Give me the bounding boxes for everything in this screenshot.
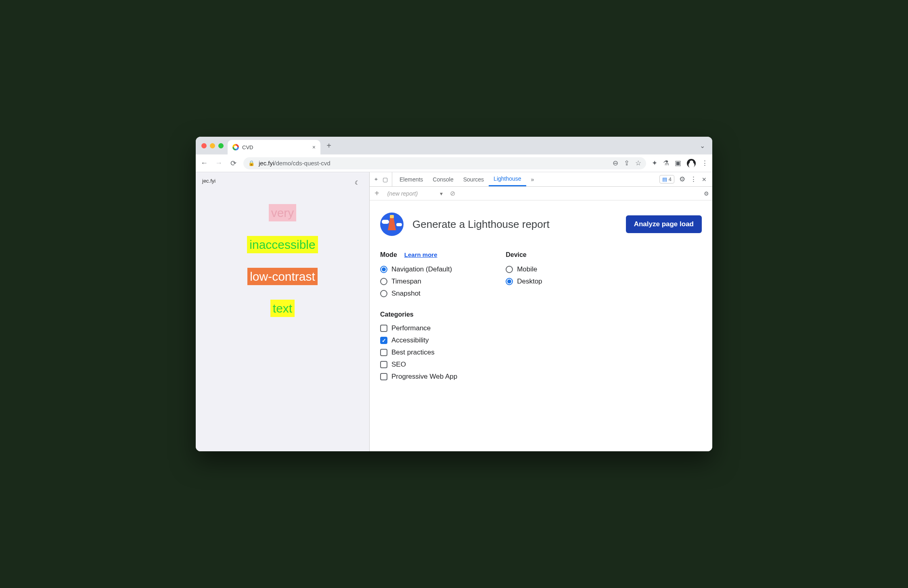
page-site-title: jec.fyi: [202, 178, 363, 184]
new-tab-button[interactable]: +: [323, 140, 335, 152]
lighthouse-panel: Generate a Lighthouse report Analyze pag…: [370, 200, 712, 451]
mode-learn-more-link[interactable]: Learn more: [404, 251, 437, 258]
lighthouse-title: Generate a Lighthouse report: [412, 218, 617, 231]
forward-button[interactable]: →: [214, 159, 223, 167]
category-label: Progressive Web App: [391, 373, 457, 381]
issues-icon: ▤: [662, 176, 667, 182]
devtools-tab-lighthouse[interactable]: Lighthouse: [489, 172, 526, 186]
category-label: Performance: [391, 324, 431, 332]
lighthouse-header: Generate a Lighthouse report Analyze pag…: [380, 213, 702, 236]
device-heading: Device: [506, 251, 527, 259]
radio-icon: [506, 266, 513, 273]
more-tabs-button[interactable]: »: [529, 176, 537, 183]
category-option[interactable]: SEO: [380, 359, 457, 371]
page-viewport: jec.fyi ☾ veryinaccessiblelow-contrastte…: [196, 172, 369, 451]
window-minimize-button[interactable]: [210, 143, 215, 148]
category-label: SEO: [391, 361, 406, 369]
url-text: jec.fyi/demo/cds-quest-cvd: [259, 160, 331, 167]
checkbox-icon: [380, 373, 387, 380]
side-panel-icon[interactable]: ▣: [675, 159, 681, 167]
analyze-page-load-button[interactable]: Analyze page load: [626, 215, 702, 233]
radio-icon: [380, 266, 387, 273]
category-option[interactable]: Accessibility: [380, 334, 457, 346]
browser-toolbar: ← → ⟳ 🔒 jec.fyi/demo/cds-quest-cvd ⊖ ⇪ ☆…: [196, 154, 712, 172]
lighthouse-settings-icon[interactable]: ⚙: [704, 190, 709, 197]
tabs-overflow-button[interactable]: ⌄: [700, 142, 709, 150]
address-bar[interactable]: 🔒 jec.fyi/demo/cds-quest-cvd ⊖ ⇪ ☆: [243, 157, 646, 169]
issues-count: 4: [669, 176, 672, 182]
device-option[interactable]: Desktop: [506, 275, 542, 288]
bookmark-icon[interactable]: ☆: [635, 159, 641, 167]
devtools-tab-bar: ⌖ ▢ ElementsConsoleSourcesLighthouse » ▤…: [370, 172, 712, 187]
category-option[interactable]: Performance: [380, 322, 457, 334]
categories-heading: Categories: [380, 311, 414, 318]
radio-icon: [506, 278, 513, 285]
checkbox-icon: [380, 349, 387, 356]
window-close-button[interactable]: [201, 143, 207, 148]
device-option[interactable]: Mobile: [506, 263, 542, 275]
lighthouse-device-column: Device MobileDesktop: [506, 251, 542, 383]
category-label: Best practices: [391, 348, 435, 357]
lighthouse-logo-icon: [380, 213, 404, 236]
checkbox-icon: [380, 325, 387, 332]
share-icon[interactable]: ⇪: [624, 159, 630, 167]
device-toolbar-icon[interactable]: ▢: [383, 176, 388, 183]
category-label: Accessibility: [391, 336, 429, 344]
inspect-element-icon[interactable]: ⌖: [374, 176, 378, 183]
radio-icon: [380, 278, 387, 285]
checkbox-icon: [380, 361, 387, 368]
browser-window: CVD × + ⌄ ← → ⟳ 🔒 jec.fyi/demo/cds-quest…: [196, 137, 712, 451]
mode-option[interactable]: Timespan: [380, 275, 457, 288]
devtools-tab-elements[interactable]: Elements: [395, 172, 428, 186]
devtools-settings-icon[interactable]: ⚙: [679, 175, 685, 183]
mode-heading: Mode: [380, 251, 397, 259]
tab-close-button[interactable]: ×: [312, 144, 316, 150]
browser-menu-button[interactable]: ⋮: [701, 159, 708, 167]
devtools-tab-sources[interactable]: Sources: [458, 172, 489, 186]
toolbar-icons: ✦ ⚗ ▣ ⋮: [652, 159, 708, 168]
window-controls: [199, 138, 228, 154]
checkbox-icon: [380, 337, 387, 344]
devtools-pane: ⌖ ▢ ElementsConsoleSourcesLighthouse » ▤…: [369, 172, 712, 451]
new-report-button[interactable]: +: [373, 189, 381, 198]
demo-word: low-contrast: [247, 268, 318, 285]
mode-label: Timespan: [391, 277, 421, 286]
mode-option[interactable]: Snapshot: [380, 288, 457, 300]
tab-title: CVD: [242, 144, 253, 150]
mode-option[interactable]: Navigation (Default): [380, 263, 457, 275]
mode-label: Snapshot: [391, 290, 421, 298]
demo-text-stack: veryinaccessiblelow-contrasttext: [202, 204, 363, 317]
mode-label: Navigation (Default): [391, 265, 452, 273]
demo-word: very: [269, 204, 297, 221]
experiments-icon[interactable]: ⚗: [663, 159, 669, 167]
demo-word: inaccessible: [247, 236, 318, 253]
browser-tab[interactable]: CVD ×: [228, 140, 320, 154]
report-selector[interactable]: (new report): [385, 190, 446, 197]
clear-reports-button[interactable]: ⊘: [450, 190, 455, 197]
category-option[interactable]: Best practices: [380, 346, 457, 359]
favicon-icon: [232, 144, 239, 150]
reload-button[interactable]: ⟳: [229, 159, 238, 168]
lighthouse-options: Mode Learn more Navigation (Default)Time…: [380, 251, 702, 383]
devtools-close-button[interactable]: ✕: [702, 176, 707, 183]
lighthouse-subtoolbar: + (new report) ⊘ ⚙: [370, 187, 712, 200]
issues-badge[interactable]: ▤ 4: [659, 175, 674, 183]
category-option[interactable]: Progressive Web App: [380, 371, 457, 383]
profile-avatar[interactable]: [687, 159, 696, 168]
dark-mode-toggle[interactable]: ☾: [352, 178, 362, 188]
lighthouse-mode-column: Mode Learn more Navigation (Default)Time…: [380, 251, 457, 383]
tab-strip: CVD × + ⌄: [196, 137, 712, 154]
device-label: Mobile: [517, 265, 537, 273]
device-label: Desktop: [517, 277, 542, 286]
content-row: jec.fyi ☾ veryinaccessiblelow-contrastte…: [196, 172, 712, 451]
devtools-menu-button[interactable]: ⋮: [690, 175, 697, 183]
extensions-icon[interactable]: ✦: [652, 159, 657, 167]
window-maximize-button[interactable]: [218, 143, 224, 148]
radio-icon: [380, 290, 387, 297]
devtools-tab-console[interactable]: Console: [428, 172, 458, 186]
zoom-icon[interactable]: ⊖: [613, 159, 618, 167]
demo-word: text: [270, 300, 295, 317]
lock-icon: 🔒: [248, 160, 255, 166]
back-button[interactable]: ←: [200, 159, 209, 167]
